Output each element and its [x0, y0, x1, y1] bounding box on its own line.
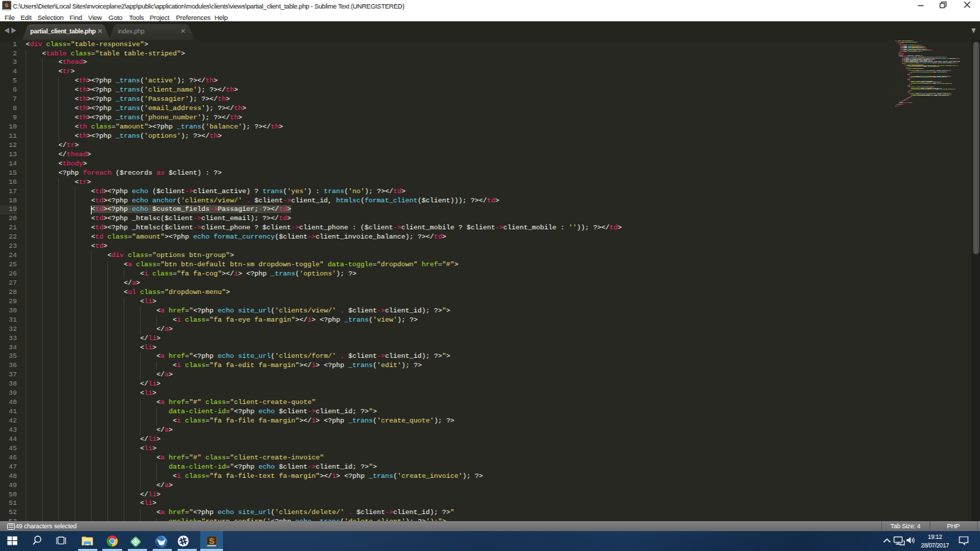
svg-text:S: S: [209, 537, 214, 545]
